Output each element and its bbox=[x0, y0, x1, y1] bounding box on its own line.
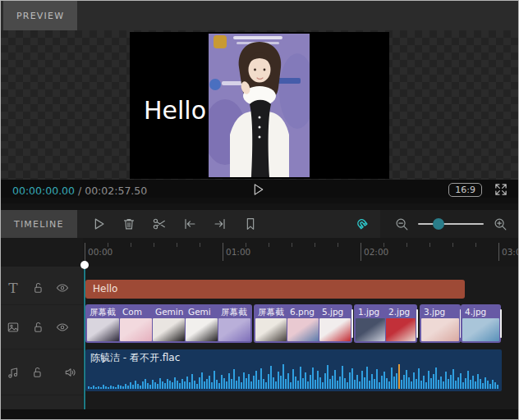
waveform-bar bbox=[280, 376, 282, 389]
waveform-bar bbox=[315, 380, 316, 389]
waveform-bar bbox=[273, 377, 274, 389]
video-clip[interactable]: 3.jpg bbox=[420, 304, 461, 343]
timeline-zoom-slider[interactable] bbox=[418, 218, 484, 230]
lock-icon[interactable] bbox=[25, 281, 50, 295]
waveform-bar bbox=[209, 376, 210, 389]
video-track-header bbox=[1, 305, 83, 349]
zoom-in-button[interactable] bbox=[490, 214, 510, 234]
jump-to-end-button[interactable] bbox=[210, 214, 230, 234]
waveform-bar bbox=[167, 379, 168, 389]
waveform-bar bbox=[351, 368, 353, 389]
lock-icon[interactable] bbox=[25, 365, 48, 380]
waveform-bar bbox=[241, 382, 242, 389]
video-frame: Hello bbox=[130, 32, 389, 179]
waveform-bar bbox=[312, 368, 314, 389]
audio-clip[interactable]: 陈毓洁 - 看不开.flac bbox=[85, 349, 502, 391]
video-clip-filename: 1.jpg bbox=[356, 306, 385, 318]
waveform-bar bbox=[457, 377, 459, 389]
aspect-ratio-badge[interactable]: 16:9 bbox=[448, 183, 482, 197]
waveform-bar bbox=[480, 379, 481, 389]
marker-button[interactable] bbox=[241, 214, 260, 234]
playhead-line[interactable] bbox=[84, 265, 85, 415]
waveform-bar bbox=[445, 372, 447, 389]
video-clip-cell: Gemi bbox=[186, 306, 218, 341]
waveform-bar bbox=[246, 378, 247, 389]
waveform-bar bbox=[149, 385, 151, 389]
tab-timeline[interactable]: TIMELINE bbox=[1, 210, 77, 238]
waveform-bar bbox=[344, 378, 346, 389]
waveform-bar bbox=[214, 371, 215, 389]
waveform-bar bbox=[228, 373, 230, 389]
waveform-bar bbox=[130, 382, 131, 389]
waveform-bar bbox=[398, 364, 400, 389]
waveform-bar bbox=[196, 384, 198, 389]
video-thumbnail bbox=[356, 318, 385, 341]
total-time: 00:02:57.50 bbox=[85, 185, 147, 197]
waveform-bar bbox=[263, 379, 264, 389]
mute-icon[interactable] bbox=[59, 365, 83, 380]
video-clip-filename: 屏幕截 bbox=[87, 306, 119, 318]
fullscreen-button[interactable] bbox=[494, 182, 508, 197]
waveform-bar bbox=[287, 373, 289, 389]
video-editor-window: PREVIEW Hello bbox=[0, 0, 519, 420]
media-track-icon bbox=[1, 320, 25, 335]
waveform-bar bbox=[371, 374, 373, 389]
lock-icon[interactable] bbox=[25, 320, 50, 335]
waveform-bar bbox=[416, 379, 417, 389]
video-clip-cell: 屏幕截 bbox=[255, 306, 287, 341]
video-clip[interactable]: 屏幕截ComGeminGemi屏幕截 bbox=[85, 304, 252, 343]
time-ruler[interactable]: 00:0001:0002:0003:00 bbox=[83, 238, 518, 267]
tab-preview[interactable]: PREVIEW bbox=[3, 1, 77, 30]
scissors-icon bbox=[151, 216, 168, 232]
waveform-bar bbox=[450, 375, 452, 389]
waveform-bar bbox=[184, 381, 186, 389]
waveform-bar bbox=[204, 381, 205, 389]
waveform-bar bbox=[243, 372, 245, 389]
visibility-icon[interactable] bbox=[50, 281, 75, 295]
waveform-bar bbox=[115, 387, 117, 389]
visibility-icon[interactable] bbox=[50, 320, 75, 335]
video-clip[interactable]: 4.jpg bbox=[461, 304, 501, 343]
waveform-bar bbox=[388, 381, 390, 389]
audio-waveform bbox=[88, 363, 499, 389]
waveform-bar bbox=[211, 382, 213, 389]
video-clip[interactable]: 屏幕截6.png5.jpg bbox=[254, 304, 352, 343]
ruler-minor-tick bbox=[384, 243, 384, 247]
waveform-bar bbox=[418, 368, 420, 389]
waveform-bar bbox=[103, 385, 104, 389]
waveform-bar bbox=[181, 379, 183, 389]
waveform-bar bbox=[265, 382, 267, 389]
waveform-bar bbox=[140, 386, 141, 389]
waveform-bar bbox=[147, 383, 149, 389]
delete-button[interactable] bbox=[119, 214, 139, 234]
timecode: 00:00:00.00 / 00:02:57.50 bbox=[12, 185, 147, 197]
waveform-bar bbox=[475, 381, 476, 389]
snap-toggle-button[interactable] bbox=[352, 214, 372, 234]
ruler-time-label: 00:00 bbox=[88, 247, 113, 257]
text-clip[interactable]: Hello bbox=[85, 280, 465, 299]
waveform-bar bbox=[393, 377, 395, 389]
play-button[interactable] bbox=[250, 181, 272, 198]
waveform-bar bbox=[275, 381, 277, 389]
ruler-minor-tick bbox=[452, 243, 453, 247]
timeline-play-button[interactable] bbox=[89, 214, 108, 234]
preview-canvas[interactable]: Hello bbox=[1, 30, 518, 180]
zoom-out-button[interactable] bbox=[392, 214, 411, 234]
waveform-bar bbox=[142, 381, 144, 389]
video-clip-filename: 6.png bbox=[287, 306, 319, 318]
jump-to-start-button[interactable] bbox=[180, 214, 200, 234]
video-thumbnail bbox=[186, 318, 218, 341]
waveform-bar bbox=[238, 377, 240, 389]
slider-handle[interactable] bbox=[433, 218, 444, 230]
waveform-bar bbox=[98, 386, 99, 389]
waveform-bar bbox=[201, 372, 203, 389]
waveform-bar bbox=[489, 384, 491, 389]
waveform-bar bbox=[354, 380, 356, 389]
playhead-handle[interactable] bbox=[80, 261, 89, 269]
waveform-bar bbox=[117, 385, 119, 389]
waveform-bar bbox=[292, 369, 294, 389]
split-button[interactable] bbox=[149, 214, 169, 234]
video-thumbnail bbox=[386, 318, 416, 341]
video-clip-filename: 屏幕截 bbox=[255, 306, 287, 318]
video-clip[interactable]: 1.jpg2.jpg bbox=[354, 304, 417, 343]
